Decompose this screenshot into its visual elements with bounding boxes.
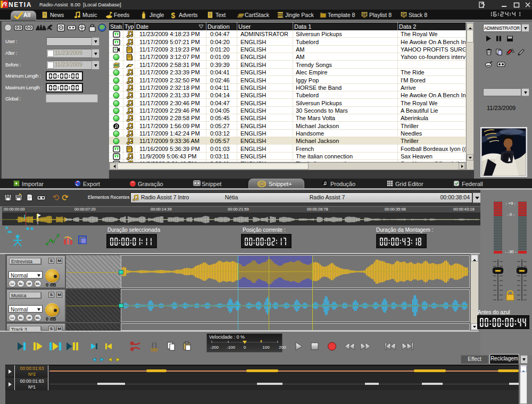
svg-text:Ro: Ro [19,316,23,319]
svg-text:Lo: Lo [11,316,14,319]
svg-text:R/L: R/L [36,282,40,285]
svg-text:Ro: Ro [19,282,23,285]
svg-text:I/P: I/P [28,282,31,285]
svg-text:$: $ [171,11,176,19]
svg-text:R/L: R/L [36,316,40,319]
svg-text:Lo: Lo [11,282,14,285]
svg-text:I/P: I/P [28,316,31,319]
